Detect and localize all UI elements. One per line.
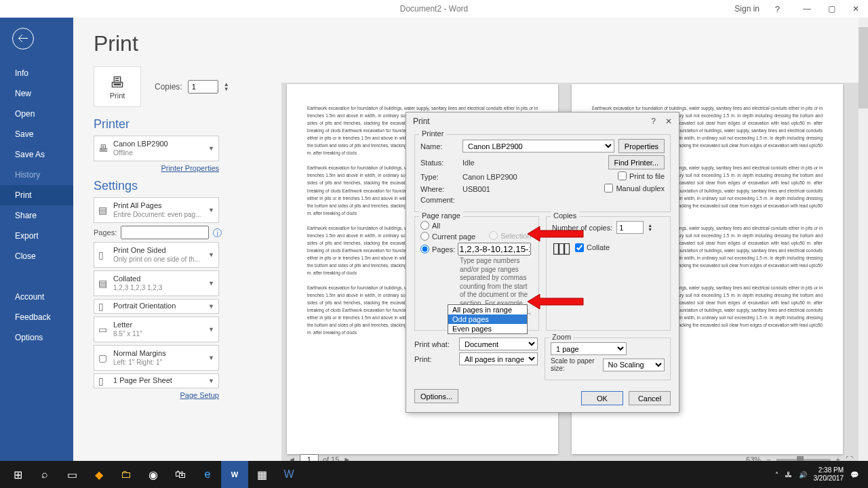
- printer-name-select[interactable]: Canon LBP2900: [462, 140, 614, 152]
- print-to-file-checkbox[interactable]: [618, 171, 627, 180]
- chevron-down-icon: ▼: [208, 280, 214, 287]
- dialog-help-icon[interactable]: ?: [651, 117, 656, 126]
- sidebar-item-saveas[interactable]: Save As: [0, 144, 73, 165]
- pages-input[interactable]: [121, 226, 209, 239]
- sides-dropdown[interactable]: ▯ Print One SidedOnly print on one side …: [94, 242, 219, 268]
- chevron-down-icon: ▼: [208, 251, 214, 258]
- word-icon[interactable]: W: [221, 461, 248, 488]
- collate-dropdown[interactable]: ▤ Collated1,2,3 1,2,3 1,2,3 ▼: [94, 270, 219, 296]
- sidebar-item-options[interactable]: Options: [0, 327, 73, 348]
- properties-button[interactable]: Properties: [618, 139, 665, 153]
- pages-label: Pages:: [94, 228, 117, 237]
- close-icon[interactable]: ✕: [844, 4, 868, 14]
- vertical-scrollbar[interactable]: [859, 18, 868, 461]
- titlebar: Document2 - Word Sign in ? — ▢ ✕: [0, 0, 868, 18]
- network-icon[interactable]: 🖧: [785, 471, 792, 479]
- selection-radio: [489, 231, 498, 240]
- pages-per-sheet-select[interactable]: 1 page: [551, 342, 627, 355]
- sheet-icon: ▯: [98, 375, 113, 386]
- tray-chevron-icon[interactable]: ˄: [775, 471, 778, 479]
- num-copies-input[interactable]: [616, 221, 644, 234]
- all-radio[interactable]: [420, 221, 429, 230]
- backstage-sidebar: 🡠 Info New Open Save Save As History Pri…: [0, 18, 73, 461]
- help-icon[interactable]: ?: [775, 4, 780, 14]
- sidebar-item-open[interactable]: Open: [0, 104, 73, 124]
- printer-icon: 🖶: [110, 74, 125, 92]
- svg-marker-1: [528, 294, 583, 309]
- page-setup-link[interactable]: Page Setup: [94, 391, 219, 399]
- current-page-radio[interactable]: [420, 232, 429, 241]
- pages-radio[interactable]: [420, 245, 429, 253]
- find-printer-button[interactable]: Find Printer...: [608, 155, 665, 169]
- print-range-dropdown[interactable]: ▤ Print All PagesEntire Document: even p…: [94, 197, 219, 223]
- dialog-close-icon[interactable]: ✕: [665, 117, 672, 126]
- collate-checkbox[interactable]: [575, 243, 584, 252]
- opt-even-pages[interactable]: Even pages: [448, 324, 527, 333]
- clock[interactable]: 2:38 PM3/20/2017: [814, 466, 844, 483]
- options-button[interactable]: Options...: [414, 389, 458, 403]
- sidebar-item-account[interactable]: Account: [0, 287, 73, 307]
- sidebar-item-close[interactable]: Close: [0, 246, 73, 266]
- explorer-icon[interactable]: 🗀: [113, 461, 140, 488]
- print-button[interactable]: 🖶 Print: [94, 66, 141, 107]
- cancel-button[interactable]: Cancel: [629, 391, 671, 405]
- copies-group-label: Copies: [551, 211, 579, 220]
- printer-properties-link[interactable]: Printer Properties: [94, 164, 219, 172]
- app-icon[interactable]: W: [275, 461, 302, 488]
- orientation-dropdown[interactable]: ▯ Portrait Orientation ▼: [94, 299, 219, 314]
- start-button[interactable]: ⊞: [4, 461, 31, 488]
- opt-odd-pages[interactable]: Odd pages: [448, 314, 527, 324]
- copies-input[interactable]: [188, 80, 218, 94]
- spinner-icon[interactable]: ▲▼: [648, 224, 652, 231]
- task-view-icon[interactable]: ▭: [58, 461, 85, 488]
- info-icon[interactable]: i: [213, 228, 222, 237]
- chevron-down-icon: ▼: [208, 378, 214, 384]
- sidebar-item-print[interactable]: Print: [0, 185, 73, 205]
- print-dialog: Print ?✕ Printer Name: Canon LBP2900 Pro…: [406, 112, 679, 413]
- title-text: Document2 - Word: [400, 4, 468, 14]
- volume-icon[interactable]: 🔊: [799, 471, 807, 479]
- app-icon[interactable]: ▦: [248, 461, 275, 488]
- print-odd-even-popup: All pages in range Odd pages Even pages: [448, 304, 528, 334]
- sidebar-item-share[interactable]: Share: [0, 205, 73, 226]
- print-what-select[interactable]: Document: [459, 338, 538, 350]
- copies-label: Copies:: [155, 82, 182, 92]
- store-icon[interactable]: 🛍: [167, 461, 194, 488]
- signin-link[interactable]: Sign in: [734, 4, 760, 14]
- printer-dropdown[interactable]: 🖶 Canon LBP2900Offline ▼: [94, 136, 219, 161]
- sidebar-item-history: History: [0, 165, 73, 185]
- chevron-down-icon: ▼: [208, 145, 214, 152]
- portrait-icon: ▯: [98, 301, 113, 312]
- sidebar-item-info[interactable]: Info: [0, 63, 73, 83]
- paper-icon: ▭: [98, 324, 113, 335]
- sidebar-item-new[interactable]: New: [0, 83, 73, 104]
- chevron-down-icon: ▼: [208, 303, 214, 310]
- page-heading: Print: [94, 31, 848, 56]
- minimize-icon[interactable]: —: [795, 4, 819, 14]
- sidebar-item-save[interactable]: Save: [0, 124, 73, 144]
- margins-dropdown[interactable]: ▢ Normal MarginsLeft: 1" Right: 1" ▼: [94, 345, 219, 371]
- edge-icon[interactable]: e: [194, 461, 221, 488]
- printer-group-label: Printer: [419, 129, 446, 138]
- annotation-arrow-1: [528, 225, 585, 243]
- search-icon[interactable]: ⌕: [31, 461, 58, 488]
- back-button[interactable]: 🡠: [12, 28, 34, 49]
- spinner-icon[interactable]: ▲▼: [224, 82, 229, 92]
- sidebar-item-export[interactable]: Export: [0, 226, 73, 246]
- opt-all-pages[interactable]: All pages in range: [448, 305, 527, 314]
- pages-per-sheet-dropdown[interactable]: ▯ 1 Page Per Sheet ▼: [94, 373, 219, 388]
- ok-button[interactable]: OK: [581, 391, 623, 405]
- manual-duplex-checkbox[interactable]: [604, 184, 613, 192]
- maximize-icon[interactable]: ▢: [819, 4, 844, 14]
- window-controls: — ▢ ✕: [795, 0, 868, 18]
- pages-icon: ▤: [98, 205, 113, 216]
- chrome-icon[interactable]: ◉: [140, 461, 167, 488]
- scale-select[interactable]: No Scaling: [603, 359, 665, 371]
- print-odd-even-select[interactable]: All pages in range: [459, 352, 538, 365]
- collate-icon: ▤: [98, 278, 113, 289]
- sidebar-item-feedback[interactable]: Feedback: [0, 307, 73, 327]
- paper-dropdown[interactable]: ▭ Letter8.5" x 11" ▼: [94, 317, 219, 342]
- pages-range-input[interactable]: [458, 243, 531, 256]
- app-icon[interactable]: ◆: [85, 461, 113, 488]
- notifications-icon[interactable]: 💬: [850, 471, 859, 479]
